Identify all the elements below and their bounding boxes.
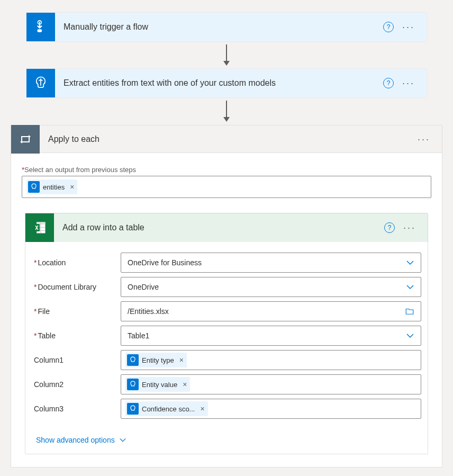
- confidence-score-token[interactable]: Confidence sco... ×: [125, 401, 208, 416]
- show-advanced-options[interactable]: Show advanced options: [36, 436, 126, 444]
- param-table: *Table Table1: [32, 326, 421, 346]
- apply-to-each-container: Apply to each ··· *Select an output from…: [11, 125, 442, 468]
- more-menu-icon[interactable]: ···: [400, 76, 417, 90]
- param-column2: Column2 Entity value ×: [32, 374, 421, 394]
- help-icon[interactable]: ?: [384, 222, 395, 233]
- chevron-down-icon: [406, 283, 414, 291]
- doclib-dropdown[interactable]: OneDrive: [121, 277, 421, 297]
- output-selector-field[interactable]: entities ×: [22, 176, 431, 198]
- ai-builder-icon: [26, 69, 55, 97]
- column3-field[interactable]: Confidence sco... ×: [121, 399, 421, 419]
- excel-icon: [25, 213, 54, 242]
- more-menu-icon[interactable]: ···: [401, 221, 418, 235]
- apply-to-each-title: Apply to each: [40, 134, 415, 144]
- more-menu-icon[interactable]: ···: [400, 20, 417, 34]
- param-file: *File /Entities.xlsx: [32, 301, 421, 321]
- chevron-down-icon: [406, 331, 414, 340]
- svg-rect-6: [40, 222, 41, 233]
- ai-token-icon: [127, 403, 139, 415]
- add-row-action: Add a row into a table ? ··· *Location O…: [25, 213, 428, 454]
- chevron-down-icon: [119, 436, 126, 444]
- param-column1: Column1 Entity type ×: [32, 350, 421, 370]
- param-column3: Column3 Confidence sco... ×: [32, 399, 421, 419]
- table-dropdown[interactable]: Table1: [121, 326, 421, 346]
- svg-rect-1: [38, 29, 42, 32]
- token-remove-icon[interactable]: ×: [70, 183, 74, 191]
- apply-to-each-header[interactable]: Apply to each ···: [11, 125, 442, 153]
- entity-type-token[interactable]: Entity type ×: [125, 353, 187, 367]
- add-row-header[interactable]: Add a row into a table ? ···: [25, 213, 428, 242]
- extract-title: Extract entities from text with one of y…: [55, 78, 383, 88]
- loop-icon: [11, 125, 40, 154]
- add-row-title: Add a row into a table: [54, 223, 384, 232]
- help-icon[interactable]: ?: [383, 78, 394, 88]
- ai-token-icon: [127, 354, 139, 366]
- token-remove-icon[interactable]: ×: [183, 380, 187, 389]
- param-doclib: *Document Library OneDrive: [32, 277, 421, 297]
- column1-field[interactable]: Entity type ×: [121, 350, 421, 370]
- entities-token[interactable]: entities ×: [26, 179, 77, 194]
- trigger-title: Manually trigger a flow: [55, 22, 383, 32]
- connector-arrow: [226, 101, 227, 121]
- ai-token-icon: [127, 379, 139, 390]
- token-remove-icon[interactable]: ×: [179, 356, 184, 364]
- file-picker[interactable]: /Entities.xlsx: [121, 301, 421, 321]
- token-remove-icon[interactable]: ×: [200, 405, 204, 413]
- help-icon[interactable]: ?: [383, 22, 394, 32]
- ai-token-icon: [28, 181, 40, 193]
- location-dropdown[interactable]: OneDrive for Business: [121, 253, 421, 273]
- param-location: *Location OneDrive for Business: [32, 253, 421, 273]
- chevron-down-icon: [406, 258, 414, 267]
- entity-value-token[interactable]: Entity value ×: [125, 377, 190, 392]
- output-selector-label: *Select an output from previous steps: [22, 166, 431, 174]
- more-menu-icon[interactable]: ···: [415, 132, 432, 146]
- column2-field[interactable]: Entity value ×: [121, 374, 421, 394]
- extract-step[interactable]: Extract entities from text with one of y…: [26, 69, 427, 97]
- trigger-step[interactable]: Manually trigger a flow ? ···: [26, 13, 427, 41]
- trigger-icon: [26, 13, 55, 41]
- folder-icon[interactable]: [405, 307, 414, 316]
- connector-arrow: [226, 44, 227, 65]
